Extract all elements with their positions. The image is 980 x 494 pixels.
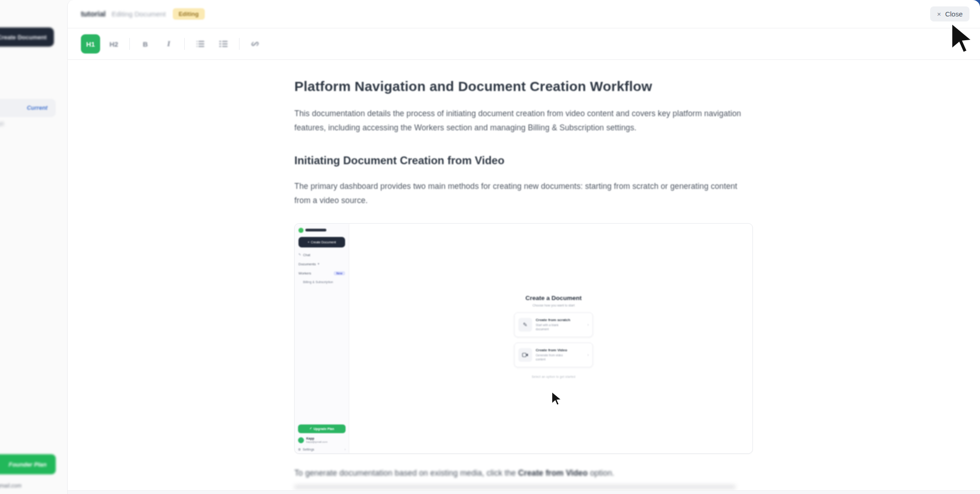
section-heading: Initiating Document Creation from Video <box>294 154 754 167</box>
create-document-modal: Create a Document Choose how you want to… <box>514 295 593 378</box>
app-logo-icon <box>298 228 304 233</box>
outer-user-name: Kapp <box>0 475 70 482</box>
figure-nav-documents[interactable]: Documents ▾ <box>298 262 345 266</box>
close-icon: × <box>937 10 941 18</box>
new-badge: New <box>334 271 345 275</box>
modal-title: Create a Document <box>514 295 593 301</box>
embedded-screenshot: + Create Document ✎ Chat Documents ▾ <box>294 223 753 454</box>
figure-user-row[interactable]: Kapp kapp@gmail.com <box>298 436 346 444</box>
ordered-list-button[interactable] <box>214 34 233 54</box>
formatting-toolbar: H1 H2 B I <box>68 28 980 60</box>
figure-logo <box>298 228 345 233</box>
plus-icon: + <box>308 241 309 244</box>
document-body: Platform Navigation and Document Creatio… <box>294 60 754 489</box>
modal-footer-text: Select an option to get started <box>514 375 593 378</box>
editor-panel: tutorial Editing Document Editing × Clos… <box>67 0 980 494</box>
editor-titlebar: tutorial Editing Document Editing × Clos… <box>68 0 980 28</box>
create-from-video-option[interactable]: Create from Video Generate from video co… <box>514 343 593 367</box>
avatar <box>298 437 304 443</box>
link-icon <box>250 39 260 48</box>
editing-status-badge: Editing <box>173 8 205 20</box>
bullet-list-button[interactable] <box>191 34 210 54</box>
figure-nav-billing[interactable]: Billing & Subscription <box>298 280 345 284</box>
check-icon: ✓ <box>309 427 312 430</box>
figure-upgrade-button[interactable]: ✓ Upgrade Plan <box>298 424 346 433</box>
outer-user-email: kapp@gmail.com <box>0 483 70 489</box>
figure-nav-workers[interactable]: Workers New <box>298 271 345 275</box>
chevron-right-icon: › <box>587 353 589 357</box>
embedded-screenshot-content: + Create Document ✎ Chat Documents ▾ <box>295 224 752 453</box>
cursor-icon <box>551 391 564 408</box>
intro-paragraph: This documentation details the process o… <box>294 107 754 135</box>
current-badge: Current <box>27 105 48 111</box>
close-button[interactable]: × Close <box>930 6 969 21</box>
cutoff-next-line <box>294 485 735 489</box>
toolbar-separator <box>239 38 240 50</box>
bullet-list-icon <box>196 39 205 48</box>
gear-icon: ⚙ <box>298 448 301 451</box>
heading2-button[interactable]: H2 <box>104 34 123 54</box>
bottom-strip <box>68 491 980 494</box>
figure-sidebar-bottom: ✓ Upgrade Plan Kapp kapp@gmail.com <box>298 424 346 451</box>
link-button[interactable] <box>245 34 265 54</box>
figure-sidebar: + Create Document ✎ Chat Documents ▾ <box>295 224 349 453</box>
toolbar-separator <box>129 38 130 50</box>
figure-user-email: kapp@gmail.com <box>306 440 327 444</box>
cursor-icon <box>949 21 978 59</box>
editing-mode-text: Editing Document <box>112 10 165 18</box>
outer-sidebar: Create Document Current Support Founder … <box>0 0 67 494</box>
close-label: Close <box>945 10 963 18</box>
outer-user-info[interactable]: Kapp kapp@gmail.com <box>0 475 70 489</box>
ordered-list-icon <box>219 39 228 48</box>
logo-wordmark <box>305 229 326 231</box>
figure-nav-chat[interactable]: ✎ Chat <box>298 253 345 257</box>
chevron-right-icon: › <box>345 448 346 451</box>
chevron-down-icon: ▾ <box>318 262 320 266</box>
pencil-icon: ✎ <box>518 318 532 332</box>
modal-subtitle: Choose how you want to start <box>514 304 593 307</box>
outer-plan-button[interactable]: Founder Plan <box>0 454 56 474</box>
screen: Create Document Current Support Founder … <box>0 0 980 494</box>
toolbar-separator <box>184 38 185 50</box>
outer-create-document-button[interactable]: Create Document <box>0 27 54 47</box>
pencil-icon: ✎ <box>298 253 301 257</box>
outer-sidebar-muted-text: Support <box>0 121 4 127</box>
chevron-right-icon: › <box>587 322 589 327</box>
document-title: Platform Navigation and Document Creatio… <box>294 79 754 94</box>
figure-nav: ✎ Chat Documents ▾ Workers New <box>298 253 345 284</box>
heading1-button[interactable]: H1 <box>81 34 100 54</box>
create-from-scratch-option[interactable]: ✎ Create from scratch Start with a blank… <box>514 312 593 337</box>
section-paragraph: The primary dashboard provides two main … <box>294 179 754 208</box>
closing-bold-text: Create from Video <box>518 468 588 478</box>
figure-create-document-button[interactable]: + Create Document <box>298 237 345 247</box>
closing-paragraph: To generate documentation based on exist… <box>294 466 754 480</box>
document-name: tutorial <box>81 10 106 18</box>
bold-button[interactable]: B <box>136 34 155 54</box>
figure-user-name: Kapp <box>306 436 327 440</box>
outer-current-plan-row[interactable]: Current <box>0 99 56 117</box>
figure-settings-row[interactable]: ⚙ Settings › <box>298 448 346 451</box>
video-icon <box>518 348 532 362</box>
italic-button[interactable]: I <box>159 34 178 54</box>
